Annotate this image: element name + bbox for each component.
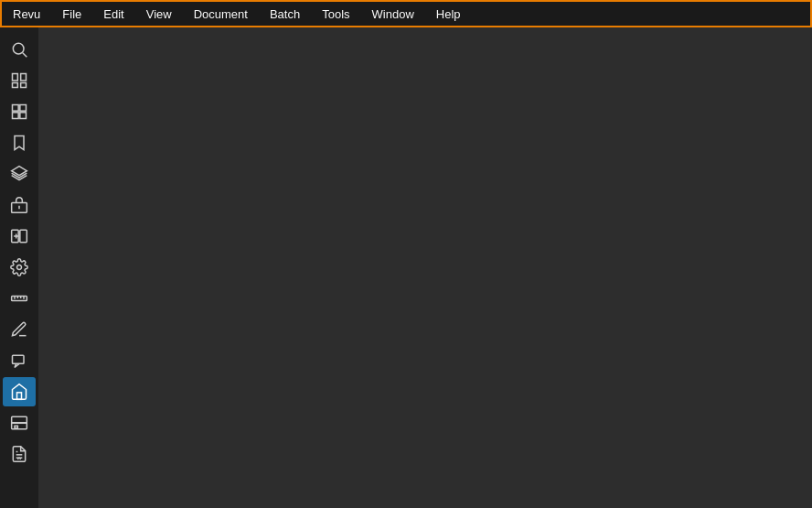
menu-view[interactable]: View xyxy=(135,2,183,26)
layers-icon[interactable] xyxy=(3,159,36,189)
svg-rect-9 xyxy=(20,113,27,119)
content-area xyxy=(38,27,812,508)
svg-rect-4 xyxy=(13,83,18,88)
svg-rect-27 xyxy=(15,426,17,428)
sidebar xyxy=(0,27,38,508)
svg-point-17 xyxy=(17,265,22,270)
svg-line-1 xyxy=(23,53,27,58)
bookmark-icon[interactable] xyxy=(3,128,36,157)
menu-document[interactable]: Document xyxy=(183,2,259,26)
svg-rect-2 xyxy=(13,74,18,81)
svg-point-0 xyxy=(13,43,24,54)
notes-icon[interactable] xyxy=(3,439,36,469)
svg-rect-6 xyxy=(13,105,19,112)
shape-icon[interactable] xyxy=(3,346,36,375)
main-area xyxy=(0,27,812,508)
svg-rect-8 xyxy=(13,113,19,119)
menu-bar: Revu File Edit View Document Batch Tools… xyxy=(0,0,812,27)
markup-icon[interactable] xyxy=(3,315,36,344)
menu-edit[interactable]: Edit xyxy=(92,2,134,26)
bookmarks-icon[interactable] xyxy=(3,97,36,126)
svg-rect-3 xyxy=(21,74,27,81)
svg-rect-18 xyxy=(12,297,27,301)
studio-icon[interactable] xyxy=(3,377,36,406)
svg-rect-24 xyxy=(17,393,22,400)
settings-icon[interactable] xyxy=(3,253,36,282)
search-icon[interactable] xyxy=(3,35,36,64)
thumbnails-icon[interactable] xyxy=(3,66,36,95)
menu-revu[interactable]: Revu xyxy=(2,2,51,26)
menu-tools[interactable]: Tools xyxy=(311,2,360,26)
compare-icon[interactable] xyxy=(3,222,36,251)
measurements-icon[interactable] xyxy=(3,284,36,313)
svg-rect-14 xyxy=(20,230,27,242)
scanner-icon[interactable] xyxy=(3,408,36,438)
toolbox-icon[interactable] xyxy=(3,190,36,220)
svg-rect-23 xyxy=(13,355,25,363)
menu-file[interactable]: File xyxy=(51,2,92,26)
menu-batch[interactable]: Batch xyxy=(259,2,311,26)
menu-help[interactable]: Help xyxy=(425,2,472,26)
menu-window[interactable]: Window xyxy=(361,2,425,26)
svg-rect-7 xyxy=(20,105,27,112)
svg-rect-5 xyxy=(21,83,27,88)
